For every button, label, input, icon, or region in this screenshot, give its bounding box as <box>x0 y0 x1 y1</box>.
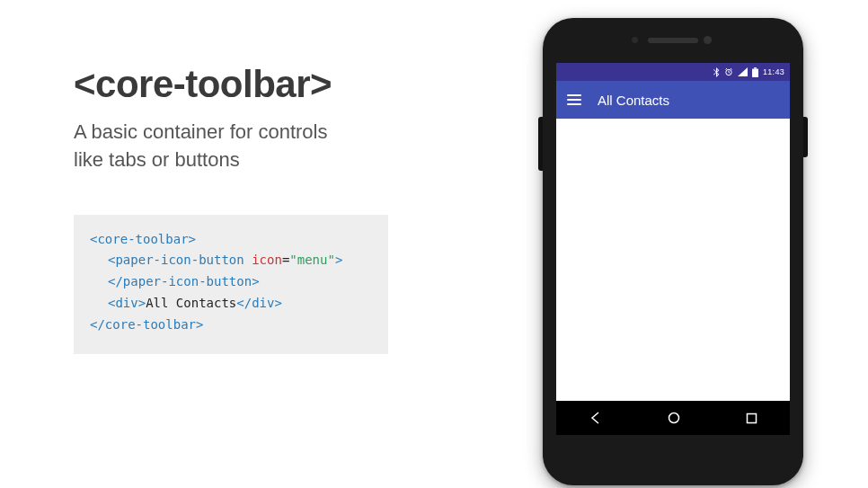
code-line-5: </core-toolbar> <box>90 317 203 332</box>
status-bar: 11:43 <box>556 63 790 81</box>
svg-rect-4 <box>747 413 756 422</box>
signal-icon <box>738 67 748 76</box>
left-column: <core-toolbar> A basic container for con… <box>74 63 433 354</box>
code-l2-val: "menu" <box>289 253 335 267</box>
code-l2-attr: icon <box>244 253 282 267</box>
code-l2-tag: <paper-icon-button <box>108 253 244 267</box>
phone-camera <box>704 36 712 44</box>
phone-frame: 11:43 All Contacts <box>543 18 803 485</box>
subtitle-line-1: A basic container for controls <box>74 120 327 143</box>
back-button[interactable] <box>589 411 603 425</box>
alarm-icon <box>724 67 733 76</box>
code-block: <core-toolbar> <paper-icon-button icon="… <box>74 215 388 354</box>
slide-title: <core-toolbar> <box>74 63 433 106</box>
home-button[interactable] <box>667 411 681 425</box>
slide: <core-toolbar> A basic container for con… <box>0 0 868 488</box>
code-l4-text: All Contacts <box>146 296 236 310</box>
svg-rect-2 <box>754 67 757 69</box>
svg-rect-1 <box>752 68 758 77</box>
appbar-title: All Contacts <box>598 93 669 108</box>
svg-point-3 <box>669 413 678 423</box>
phone-sensor <box>632 37 638 43</box>
subtitle-line-2: like tabs or buttons <box>74 148 240 171</box>
bluetooth-icon <box>713 67 720 77</box>
code-l2-close: > <box>335 253 342 267</box>
android-nav-bar <box>556 401 790 435</box>
status-time: 11:43 <box>763 67 784 76</box>
code-line-1: <core-toolbar> <box>90 232 196 246</box>
slide-subtitle: A basic container for controls like tabs… <box>74 119 433 174</box>
app-toolbar: All Contacts <box>556 81 790 119</box>
code-l4-open: <div> <box>108 296 146 310</box>
phone-speaker <box>648 38 698 43</box>
recent-apps-button[interactable] <box>745 412 758 425</box>
phone-screen: 11:43 All Contacts <box>556 63 790 435</box>
code-l4-close: </div> <box>236 296 282 310</box>
battery-icon <box>752 67 758 77</box>
menu-icon[interactable] <box>567 94 581 105</box>
code-line-3: </paper-icon-button> <box>108 274 260 288</box>
